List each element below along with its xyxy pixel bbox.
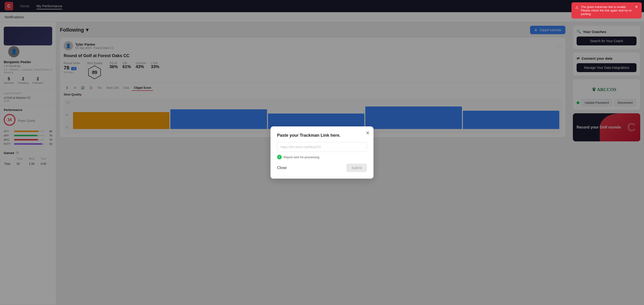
modal-submit-button[interactable]: Submit [346,164,367,172]
modal-overlay[interactable]: Paste your Trackman Link here. ✕ ✓ Repor… [0,0,644,305]
warning-icon: ⚠ [575,5,578,10]
modal-footer: Close Submit [277,164,367,172]
error-message: The given trackman link is invalid. Plea… [581,5,632,16]
modal-close-icon[interactable]: ✕ [366,130,370,136]
trackman-link-input[interactable] [277,142,367,152]
modal-success-message: ✓ Report sent for processing [277,155,367,160]
error-banner: ⚠ The given trackman link is invalid. Pl… [572,2,642,18]
trackman-modal: Paste your Trackman Link here. ✕ ✓ Repor… [270,126,374,178]
error-close-icon[interactable]: ✕ [635,5,638,9]
modal-close-button[interactable]: Close [277,166,287,170]
modal-title: Paste your Trackman Link here. [277,133,367,138]
success-check-icon: ✓ [277,155,282,160]
